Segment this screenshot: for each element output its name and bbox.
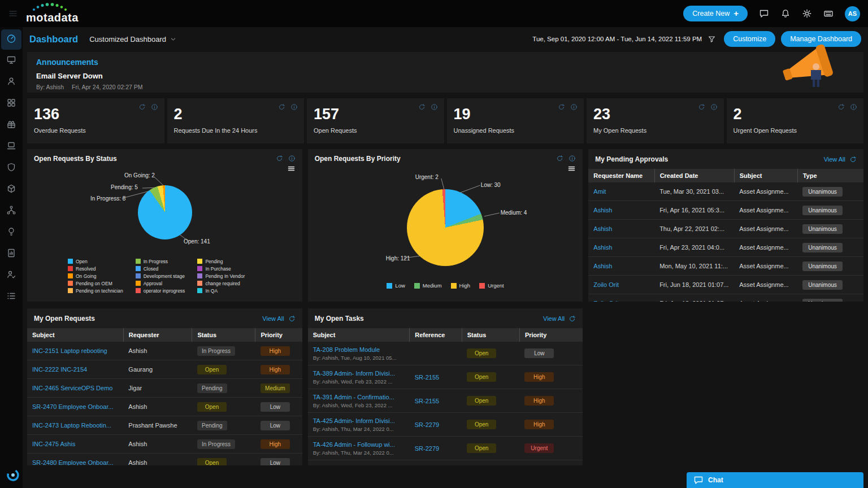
table-row[interactable]: INC-2473 Laptop Rebootin... Prashant Paw… [27, 416, 302, 435]
task-subject-link[interactable]: TA-391 Admin - Confirmatio... [313, 394, 394, 400]
table-row[interactable]: TA-426 Admin - Followup wi...By: Ashish,… [308, 437, 583, 460]
requester-link[interactable]: Ashish [593, 207, 612, 213]
info-icon[interactable] [568, 155, 576, 162]
table-row[interactable]: INC-2465 ServiceOPS Demo Jigar Pending M… [27, 379, 302, 398]
request-subject-link[interactable]: INC-2473 Laptop Rebootin... [32, 422, 111, 429]
table-row[interactable]: TA-389 Admin- Inform Divisi...By: Ashish… [308, 365, 583, 389]
sidebar-item-bulb[interactable] [1, 223, 21, 243]
refresh-icon[interactable] [276, 155, 283, 162]
sidebar-item-topology[interactable] [1, 201, 21, 221]
info-icon[interactable] [570, 103, 578, 111]
requester-link[interactable]: Amit [593, 188, 606, 195]
sidebar-item-shield[interactable] [1, 158, 21, 178]
table-row[interactable]: Ashish Thu, Apr 22, 2021 02:... Asset As… [588, 220, 863, 238]
view-all-link[interactable]: View All [543, 315, 576, 323]
chat-icon[interactable] [759, 8, 769, 19]
avatar[interactable]: AS [845, 6, 860, 21]
table-row[interactable]: TA-208 Problem ModuleBy: Ashish, Tue, Au… [308, 342, 583, 365]
chat-button[interactable]: Chat [687, 472, 863, 488]
task-subject-link[interactable]: TA-389 Admin- Inform Divisi... [313, 370, 395, 377]
priority-badge: High [524, 396, 554, 406]
view-all-link[interactable]: View All [824, 156, 857, 163]
legend-item: Open [68, 258, 123, 265]
card-title: My Open Tasks [315, 315, 364, 323]
announcement-headline[interactable]: Email Server Down [36, 72, 854, 80]
refresh-icon[interactable] [556, 155, 563, 162]
table-row[interactable]: INC-2222 INC-2154 Gaurang Open High [27, 360, 302, 379]
refresh-icon[interactable] [278, 103, 285, 111]
table-row[interactable]: INC-2151 Laptop rebooting Ashish In Prog… [27, 342, 302, 360]
sidebar-item-report[interactable] [1, 244, 21, 264]
sidebar-item-monitor[interactable] [1, 51, 21, 71]
table-row[interactable]: TA-391 Admin - Confirmatio...By: Ashish,… [308, 389, 583, 413]
legend-item: Development stage [136, 272, 185, 280]
requester-name: Gaurang [123, 360, 192, 379]
refresh-icon[interactable] [418, 103, 426, 111]
create-new-button[interactable]: Create New+ [683, 6, 748, 21]
date-range[interactable]: Tue, Sep 01, 2020 12:00 AM - Tue, Jun 14… [532, 36, 702, 42]
refresh-icon[interactable] [288, 315, 296, 323]
refresh-icon[interactable] [849, 156, 857, 163]
menu-icon[interactable] [8, 8, 18, 19]
chart-menu-icon[interactable] [287, 164, 296, 173]
table-row[interactable]: INC-2475 Ashis Ashish In Progress High [27, 435, 302, 454]
bell-icon[interactable] [780, 8, 791, 19]
sidebar-item-dashboard[interactable] [1, 29, 21, 50]
info-icon[interactable] [850, 103, 857, 111]
sidebar-item-package[interactable] [1, 115, 21, 136]
refresh-icon[interactable] [837, 103, 845, 111]
task-subject-link[interactable]: TA-426 Admin - Followup wi... [313, 441, 395, 448]
request-subject-link[interactable]: INC-2475 Ashis [32, 441, 75, 447]
task-subject-link[interactable]: TA-208 Problem Module [313, 346, 380, 353]
view-all-link[interactable]: View All [262, 315, 295, 323]
table-row[interactable]: Zoilo Orit Fri, Jun 18, 2021 01:07... As… [588, 276, 863, 294]
table-row[interactable]: Ashish Fri, Apr 16, 2021 05:3... Asset A… [588, 201, 863, 220]
customize-button[interactable]: Customize [724, 31, 775, 47]
requester-link[interactable]: Ashish [593, 225, 612, 232]
request-subject-link[interactable]: INC-2465 ServiceOPS Demo [32, 385, 112, 391]
refresh-icon[interactable] [568, 315, 576, 323]
table-row[interactable]: TA-425 Admin- Inform Divisi...By: Ashish… [308, 413, 583, 437]
filter-icon[interactable] [708, 35, 716, 43]
sidebar-item-laptop[interactable] [1, 137, 21, 157]
chart-menu-icon[interactable] [567, 164, 576, 173]
request-subject-link[interactable]: SR-2480 Employee Onboar... [32, 459, 114, 465]
keyboard-icon[interactable] [823, 8, 834, 19]
sidebar-item-cube[interactable] [1, 180, 21, 200]
request-subject-link[interactable]: INC-2151 Laptop rebooting [32, 347, 107, 354]
request-subject-link[interactable]: INC-2222 INC-2154 [32, 366, 87, 373]
info-icon[interactable] [151, 103, 158, 111]
sidebar-item-user[interactable] [1, 72, 21, 93]
requester-link[interactable]: Zoilo Orit [593, 281, 619, 288]
table-row[interactable]: Ashish Fri, Apr 23, 2021 04:0... Asset A… [588, 238, 863, 257]
table-row[interactable]: Amit Tue, Mar 30, 2021 03... Asset Assig… [588, 182, 863, 201]
requester-link[interactable]: Ashish [593, 244, 612, 251]
sidebar-item-usercheck[interactable] [1, 265, 21, 286]
refresh-icon[interactable] [698, 103, 705, 111]
reference-link[interactable]: SR-2155 [415, 398, 439, 404]
table-row[interactable]: Ashish Mon, May 10, 2021 11:... Asset As… [588, 257, 863, 276]
table-row[interactable]: SR-2480 Employee Onboar... Ashish Open L… [27, 454, 302, 466]
info-icon[interactable] [710, 103, 718, 111]
reference-link[interactable]: SR-2279 [415, 421, 439, 428]
request-subject-link[interactable]: SR-2470 Employee Onboar... [32, 403, 114, 410]
sidebar-item-checklist[interactable] [1, 287, 21, 307]
table-row[interactable]: SR-2470 Employee Onboar... Ashish Open L… [27, 398, 302, 416]
table-row[interactable]: Zoilo Orit Fri, Jun 18, 2021 01:07... As… [588, 294, 863, 302]
refresh-icon[interactable] [558, 103, 565, 111]
reference-link[interactable]: SR-2155 [415, 374, 439, 381]
status-badge: In Progress [197, 439, 235, 449]
gear-icon[interactable] [802, 8, 812, 19]
reference-link[interactable]: SR-2279 [415, 445, 439, 452]
info-icon[interactable] [431, 103, 438, 111]
info-icon[interactable] [290, 103, 298, 111]
requester-link[interactable]: Ashish [593, 263, 612, 269]
requester-link[interactable]: Zoilo Orit [593, 300, 619, 302]
sidebar-item-apps[interactable] [1, 94, 21, 114]
legend-swatch [68, 281, 73, 286]
info-icon[interactable] [288, 155, 296, 162]
task-subject-link[interactable]: TA-425 Admin- Inform Divisi... [313, 417, 395, 424]
refresh-icon[interactable] [138, 103, 146, 111]
open-requests-table: SubjectRequesterStatusPriority INC-2151 … [27, 328, 302, 465]
dashboard-selector[interactable]: Customized Dashboard [89, 35, 177, 43]
